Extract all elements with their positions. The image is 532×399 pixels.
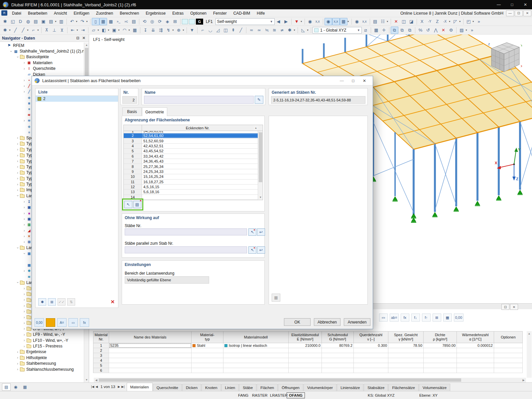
prev-table-button[interactable]: ◀ — [95, 385, 98, 388]
navigator-tab-display[interactable]: ◉ — [11, 383, 20, 391]
next-load-case-icon[interactable]: ▶ — [282, 18, 290, 25]
visual-settings-icon[interactable]: ⚙ — [447, 27, 455, 34]
menu-ergebnisse[interactable]: Ergebnisse — [142, 9, 169, 17]
tree-expander-icon[interactable]: › — [15, 356, 20, 359]
move-copy-pattern-icon[interactable]: ⧄ — [362, 27, 369, 34]
tree-expander-icon[interactable]: › — [16, 55, 20, 59]
corner-node-value[interactable]: 4,5,16,15 — [142, 185, 258, 189]
raster-points-icon[interactable]: ▦ — [372, 27, 380, 34]
model-manager-icon[interactable]: ◍ — [24, 18, 32, 25]
console-window-icon[interactable]: »_ — [115, 18, 122, 25]
cell-name[interactable] — [109, 368, 192, 373]
tree-expander-icon[interactable]: › — [22, 240, 27, 244]
corner-node-row[interactable]: 124,5,16,15 — [124, 185, 258, 190]
new-line-load-icon[interactable]: ⇶ — [157, 27, 165, 34]
formula-fx-icon[interactable]: fx — [80, 318, 89, 327]
cell-opt[interactable] — [494, 343, 523, 348]
dialog-minimize-button[interactable]: — — [336, 77, 347, 85]
tree-expander-icon[interactable]: › — [15, 171, 20, 175]
corner-node-row[interactable]: 154,56,63,61 — [124, 131, 258, 133]
section-frame-icon[interactable]: ⌐ — [199, 27, 206, 34]
mdi-restore-button[interactable]: ⊡ — [515, 10, 523, 16]
section-box-icon[interactable]: ◫ — [222, 27, 229, 34]
menu-bearbeiten[interactable]: Bearbeiten — [25, 9, 51, 17]
new-nurbs-icon[interactable]: ◠▼ — [121, 27, 128, 34]
tree-expander-icon[interactable]: › — [22, 327, 27, 331]
cell-nu[interactable] — [354, 358, 388, 363]
corner-node-value[interactable]: 24,25,34,33 — [142, 169, 258, 174]
load-case-combobox[interactable]: Self-weight ▼ — [215, 18, 275, 25]
cell-modell[interactable] — [223, 348, 289, 353]
tree-expander-icon[interactable]: › — [22, 344, 27, 348]
cell-e[interactable] — [289, 348, 322, 353]
select-nodes-graphically-button[interactable]: ↖✕ — [124, 201, 132, 208]
cell-gamma[interactable] — [388, 353, 424, 358]
dimension-xx-icon[interactable]: ⇥ — [79, 27, 87, 34]
import-formula-icon[interactable]: f↓ — [411, 314, 420, 322]
menu-optionen[interactable]: Optionen — [187, 9, 210, 17]
scroll-up-icon[interactable]: ▲ — [253, 125, 258, 131]
first-table-button[interactable]: |◀ — [91, 385, 94, 388]
tree-expander-icon[interactable]: › — [22, 67, 27, 70]
show-result-values-icon[interactable]: x,x — [361, 18, 368, 25]
snap-percent-icon[interactable]: % — [417, 27, 424, 34]
selection-tool-icon[interactable]: ◸▼ — [452, 18, 459, 25]
cell-nu[interactable] — [354, 348, 388, 353]
new-model-icon[interactable]: ✱ — [1, 18, 9, 25]
cell-rho[interactable] — [424, 358, 457, 363]
cell-alpha[interactable] — [457, 353, 494, 358]
work-plane-xz-icon[interactable]: ⧉ — [398, 27, 406, 34]
snap-toggle-ofang[interactable]: OFANG — [287, 392, 305, 398]
member-on-line-icon[interactable]: ⊼ — [43, 27, 51, 34]
tree-expander-icon[interactable]: › — [15, 367, 20, 371]
tree-expander-icon[interactable]: › — [22, 321, 27, 325]
tree-expander-icon[interactable]: › — [16, 194, 20, 198]
view-in-z-icon[interactable]: Z — [434, 18, 441, 25]
cell-typ[interactable] — [192, 368, 223, 373]
corner-node-row[interactable]: 14 — [124, 195, 258, 200]
tree-item[interactable]: ›▦Materialien — [0, 60, 84, 66]
cell-gamma[interactable]: 78.50 — [388, 343, 424, 348]
undo-icon[interactable]: ↶▼ — [68, 18, 76, 25]
new-block-icon[interactable]: ▦ — [131, 27, 139, 34]
mirror-icon[interactable]: ⋀ — [432, 27, 440, 34]
table-window-icon[interactable]: ▤ — [130, 18, 138, 25]
corner-node-value[interactable] — [142, 195, 258, 200]
corner-node-row[interactable]: 543,45,54,52 — [124, 149, 258, 154]
cell-g[interactable] — [322, 358, 354, 363]
view-orbit-icon[interactable]: ⟳ — [156, 18, 164, 25]
new-entry-icon[interactable]: ✱ — [38, 298, 46, 306]
tree-expander-icon[interactable]: › — [22, 61, 27, 65]
load-ramp-icon[interactable]: ≄ — [278, 27, 286, 34]
cell-typ[interactable] — [192, 363, 223, 368]
dimension-x-icon[interactable]: ⇤▼ — [69, 27, 76, 34]
tree-expander-icon[interactable]: › — [22, 316, 27, 319]
tree-expander-icon[interactable]: › — [15, 154, 20, 157]
cell-opt[interactable] — [494, 358, 523, 363]
tree-expander-icon[interactable]: › — [22, 229, 27, 232]
cell-e[interactable] — [289, 358, 322, 363]
tree-expander-icon[interactable]: › — [16, 245, 20, 250]
section-line-icon[interactable]: ╱ — [237, 27, 245, 34]
cell-g[interactable]: 80769.2 — [322, 343, 354, 348]
parallel-input[interactable] — [125, 246, 247, 253]
staebe-nr-input[interactable] — [125, 228, 247, 235]
cell-modell[interactable] — [223, 363, 289, 368]
tree-expander-icon[interactable]: › — [15, 148, 20, 151]
show-load-values-icon[interactable]: x,x — [332, 18, 340, 25]
tree-expander-icon[interactable]: › — [22, 217, 27, 221]
tree-expander-icon[interactable]: › — [15, 136, 20, 140]
corner-node-value[interactable]: 51,52,60,59 — [142, 138, 258, 143]
cell-modell[interactable]: Isotrop | linear elastisch — [223, 343, 289, 348]
tree-expander-icon[interactable]: › — [22, 304, 27, 308]
table-tab-flächen[interactable]: Flächen — [257, 384, 278, 391]
work-plane-yz-icon[interactable]: ⧉ — [406, 27, 414, 34]
tree-expander-icon[interactable]: › — [15, 142, 20, 146]
corner-node-row[interactable]: 734,36,45,43 — [124, 159, 258, 164]
cell-rho[interactable] — [424, 348, 457, 353]
tables-close-button[interactable]: ✕ — [510, 304, 518, 310]
tab-basis[interactable]: Basis — [122, 107, 142, 115]
cell-g[interactable] — [322, 368, 354, 373]
show-results-icon[interactable]: ◉ — [353, 18, 361, 25]
cell-rho[interactable] — [424, 353, 457, 358]
